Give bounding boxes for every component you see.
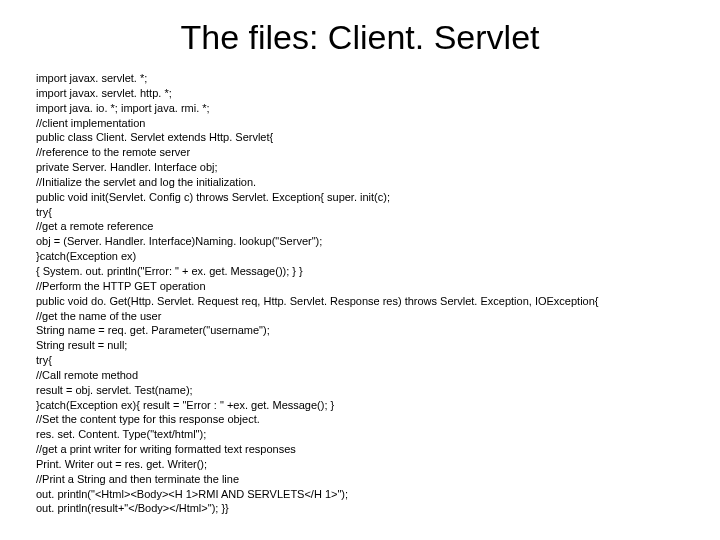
slide-title: The files: Client. Servlet [30,18,690,57]
slide-container: The files: Client. Servlet import javax.… [0,0,720,540]
code-block: import javax. servlet. *; import javax. … [30,71,690,516]
